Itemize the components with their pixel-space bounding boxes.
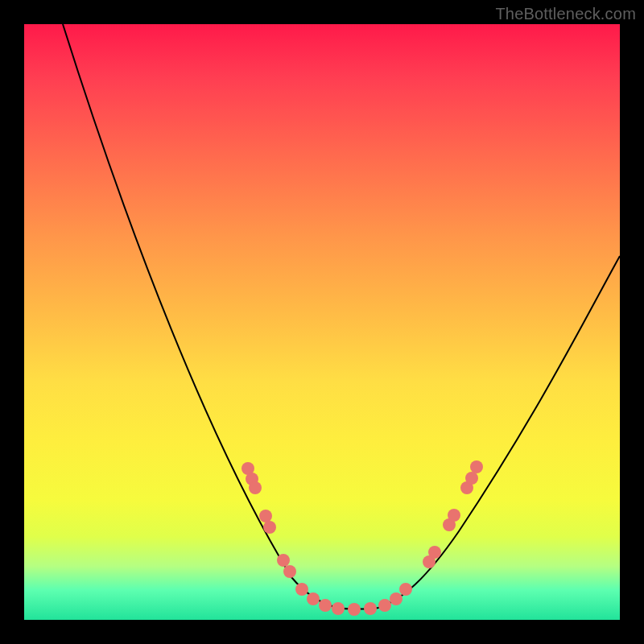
plot-area	[24, 24, 620, 620]
curve-dot	[399, 583, 412, 596]
curve-dot	[277, 554, 290, 567]
curve-dot	[364, 602, 377, 615]
curve-dot	[263, 521, 276, 534]
curve-dot	[465, 472, 478, 485]
chart-stage: TheBottleneck.com	[0, 0, 644, 644]
curve-dot	[259, 510, 272, 522]
curve-dot	[348, 603, 361, 616]
curve-left	[63, 24, 338, 608]
curve-dot	[470, 460, 483, 473]
curve-dot	[332, 602, 345, 615]
curve-dot	[390, 592, 402, 605]
curve-dot	[428, 546, 441, 559]
curve-svg	[24, 24, 620, 620]
curve-dot	[283, 565, 296, 578]
curve-dot	[295, 583, 308, 596]
curve-dot	[378, 599, 391, 612]
curve-dot	[448, 509, 460, 522]
dot-layer	[242, 460, 483, 616]
curve-right	[378, 256, 620, 608]
curve-dot	[249, 481, 262, 494]
watermark-text: TheBottleneck.com	[495, 5, 636, 23]
curve-dot	[319, 599, 332, 612]
curve-dot	[307, 592, 320, 605]
